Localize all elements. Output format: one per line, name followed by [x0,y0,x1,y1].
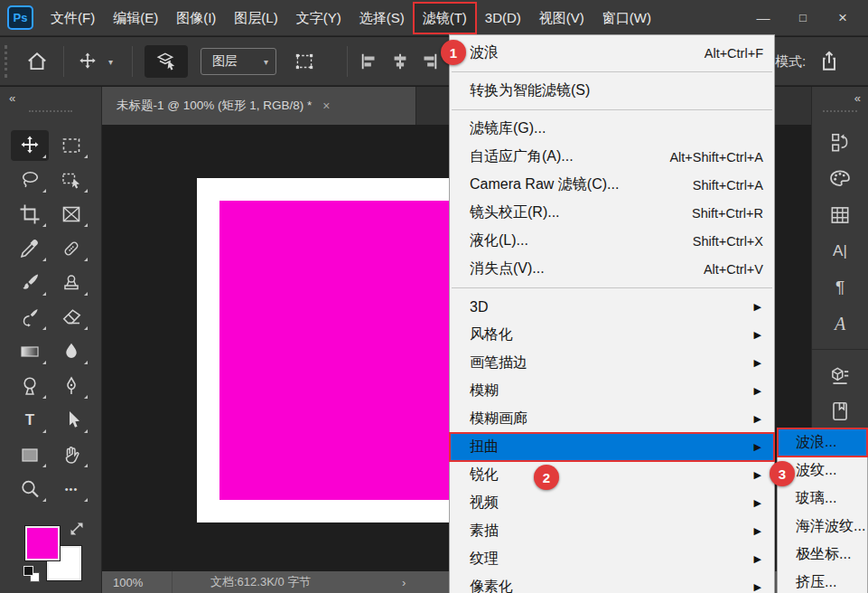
menu-separator [452,109,772,110]
document-tab[interactable]: 未标题-1 @ 100% (矩形 1, RGB/8) * × [102,87,416,125]
panel-grip[interactable] [823,110,857,112]
swap-colors-icon[interactable] [69,521,85,537]
auto-select-layers-icon[interactable] [145,45,188,78]
auto-select-target-dropdown[interactable]: 图层 ▾ [201,48,276,75]
maximize-button[interactable]: □ [783,3,823,33]
filter-menu-item-wave-last[interactable]: 波浪Alt+Ctrl+F [450,39,774,67]
menu-type[interactable]: 文字(Y) [287,3,350,33]
filter-menu-item-distort[interactable]: 扭曲▶ [450,433,774,461]
swatches-panel-icon[interactable] [828,197,852,233]
object-selection-tool[interactable] [52,165,90,195]
history-panel-icon[interactable] [828,125,852,161]
collapse-panel-icon[interactable]: « [854,91,859,105]
status-chevron-icon[interactable]: › [402,571,406,593]
zoom-tool[interactable] [11,474,49,504]
filter-menu-item-sketch[interactable]: 素描▶ [450,517,774,545]
clone-stamp-tool[interactable] [52,268,90,298]
properties-panel-icon[interactable] [828,357,852,393]
eraser-tool[interactable] [52,302,90,333]
submenu-arrow-icon: ▶ [754,497,763,509]
eyedropper-tool[interactable] [11,233,49,264]
gradient-tool[interactable] [11,336,49,367]
menu-select[interactable]: 选择(S) [350,3,414,33]
filter-menu-item-convert-smart-filters[interactable]: 转换为智能滤镜(S) [450,77,774,105]
rectangular-marquee-tool[interactable] [52,130,90,161]
align-right-edges-icon[interactable] [419,37,439,86]
show-transform-controls-icon[interactable] [293,37,316,86]
character-panel-icon[interactable]: A| [833,233,847,269]
minimize-button[interactable]: — [743,3,783,33]
submenu-item-pinch[interactable]: 挤压... [778,569,867,593]
lasso-tool[interactable] [11,165,49,195]
filter-menu-item-camera-raw[interactable]: Camera Raw 滤镜(C)...Shift+Ctrl+A [450,171,774,199]
blur-tool[interactable] [52,336,90,367]
menu-3d[interactable]: 3D(D) [476,3,530,33]
close-button[interactable]: × [823,3,863,33]
filter-menu-item-texture[interactable]: 纹理▶ [450,545,774,573]
dodge-tool[interactable] [11,371,49,401]
filter-menu-item-stylize[interactable]: 风格化▶ [450,321,774,349]
menu-window[interactable]: 窗口(W) [593,3,660,33]
filter-menu-item-vanishing-point[interactable]: 消失点(V)...Alt+Ctrl+V [450,255,774,283]
filter-menu-item-brush-strokes[interactable]: 画笔描边▶ [450,349,774,377]
glyphs-panel-icon[interactable]: A [835,306,845,342]
filter-menu-item-3d[interactable]: 3D▶ [450,293,774,321]
photoshop-window: Ps 文件(F) 编辑(E) 图像(I) 图层(L) 文字(Y) 选择(S) 滤… [0,0,868,593]
filter-menu-item-blur-gallery[interactable]: 模糊画廊▶ [450,405,774,433]
filter-menu-item-sharpen[interactable]: 锐化▶ [450,461,774,489]
crop-tool[interactable] [11,199,49,230]
rectangle-tool[interactable] [11,439,49,470]
spot-healing-brush-tool[interactable] [52,233,90,264]
filter-menu-item-liquify[interactable]: 液化(L)...Shift+Ctrl+X [450,227,774,255]
edit-toolbar-icon[interactable]: ••• [52,474,90,504]
menu-file[interactable]: 文件(F) [42,3,104,33]
pen-tool[interactable] [52,371,90,401]
zoom-level[interactable]: 100% [102,571,173,593]
align-horizontal-centers-icon[interactable] [390,37,410,86]
submenu-arrow-icon: ▶ [754,525,763,537]
filter-menu-item-pixelate[interactable]: 像素化▶ [450,573,774,593]
submenu-item-glass[interactable]: 玻璃... [778,485,867,513]
move-tool[interactable] [11,130,49,161]
home-icon[interactable] [25,37,49,86]
color-panel-icon[interactable] [827,161,853,197]
separator [347,46,348,77]
menu-layer[interactable]: 图层(L) [225,3,286,33]
brush-tool[interactable] [11,268,49,298]
filter-menu-item-video[interactable]: 视频▶ [450,489,774,517]
chevron-down-icon[interactable]: ▾ [105,37,113,86]
filter-menu-item-adaptive-wide-angle[interactable]: 自适应广角(A)...Alt+Shift+Ctrl+A [450,143,774,171]
share-icon[interactable] [817,37,841,86]
default-colors-icon[interactable] [23,566,42,584]
align-left-edges-icon[interactable] [359,37,379,86]
libraries-panel-icon[interactable] [828,393,852,429]
annotation-step-1-badge: 1 [441,40,466,65]
menu-image[interactable]: 图像(I) [167,3,225,33]
path-selection-tool[interactable] [52,405,90,436]
filter-menu-item-filter-gallery[interactable]: 滤镜库(G)... [450,115,774,143]
frame-tool[interactable] [52,199,90,230]
collapse-panel-icon[interactable]: « [9,91,14,105]
color-swatches [22,522,94,591]
panel-grip[interactable] [29,110,72,112]
foreground-color-swatch[interactable] [25,526,60,560]
tab-close-icon[interactable]: × [322,99,330,113]
type-tool[interactable]: T [11,405,49,436]
paragraph-panel-icon[interactable]: ¶ [835,269,845,306]
filter-menu-item-lens-correction[interactable]: 镜头校正(R)...Shift+Ctrl+R [450,199,774,227]
menu-view[interactable]: 视图(V) [530,3,593,33]
options-bar-grip[interactable] [5,45,7,78]
tool-grid: T ••• [9,128,92,506]
move-tool-option-icon[interactable] [78,37,98,86]
submenu-item-ocean-ripple[interactable]: 海洋波纹... [778,513,867,541]
menu-edit[interactable]: 编辑(E) [104,3,167,33]
filter-menu-item-blur[interactable]: 模糊▶ [450,377,774,405]
menu-filter[interactable]: 滤镜(T) [414,3,476,33]
annotation-step-3-badge: 3 [770,461,795,486]
submenu-item-polar-coordinates[interactable]: 极坐标... [778,541,867,569]
submenu-arrow-icon: ▶ [754,553,763,565]
hand-tool[interactable] [52,439,90,470]
submenu-item-wave[interactable]: 波浪... [778,428,867,457]
menu-separator [452,71,772,72]
history-brush-tool[interactable] [11,302,49,333]
